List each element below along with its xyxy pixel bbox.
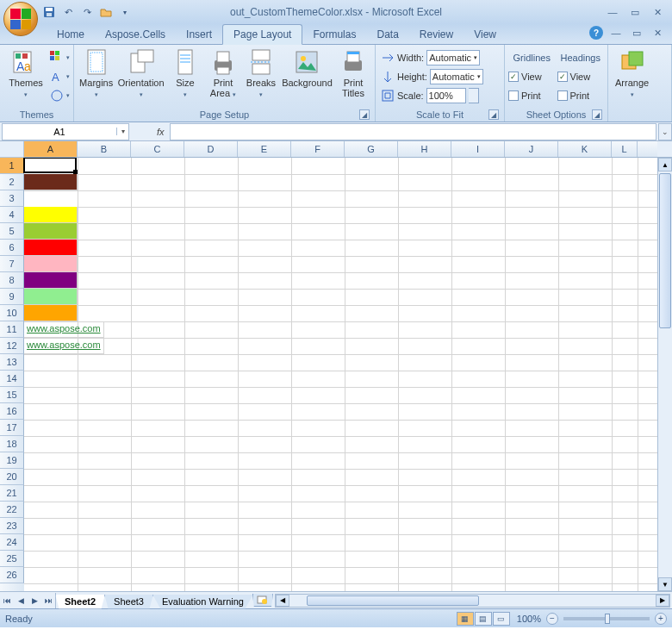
breaks-button[interactable]: Breaks▾ <box>243 47 279 102</box>
tab-review[interactable]: Review <box>409 25 464 44</box>
tab-view[interactable]: View <box>464 25 507 44</box>
row-header-12[interactable]: 12 <box>0 338 24 354</box>
sheet-nav-last-button[interactable]: ⏭ <box>41 593 55 608</box>
row-header-5[interactable]: 5 <box>0 223 24 240</box>
scroll-right-button[interactable]: ▶ <box>656 595 669 607</box>
themes-button[interactable]: Aa Themes ▾ <box>3 47 48 102</box>
orientation-button[interactable]: Orientation▾ <box>116 47 165 102</box>
sheet-nav-prev-button[interactable]: ◀ <box>14 593 28 608</box>
zoom-in-button[interactable]: + <box>655 613 667 625</box>
cell-A11[interactable]: www.aspose.com <box>24 321 104 338</box>
cell-A8[interactable] <box>24 272 78 289</box>
column-header-B[interactable]: B <box>78 141 131 157</box>
cell-A4[interactable] <box>24 207 78 223</box>
print-area-button[interactable]: PrintArea ▾ <box>205 47 241 102</box>
column-header-J[interactable]: J <box>505 141 558 157</box>
page-break-view-button[interactable]: ▭ <box>493 612 510 626</box>
normal-view-button[interactable]: ▦ <box>457 612 474 626</box>
name-box[interactable]: A1 ▾ <box>2 123 129 140</box>
horizontal-scrollbar[interactable]: ◀ ▶ <box>275 594 670 608</box>
sheet-nav-next-button[interactable]: ▶ <box>28 593 41 608</box>
row-header-7[interactable]: 7 <box>0 256 24 272</box>
qat-save-icon[interactable] <box>41 4 57 20</box>
cell-A10[interactable] <box>24 305 78 321</box>
restore-button[interactable]: ▭ <box>627 6 643 18</box>
margins-button[interactable]: Margins▾ <box>78 47 115 102</box>
help-icon[interactable]: ? <box>589 26 603 40</box>
print-titles-button[interactable]: PrintTitles <box>335 47 371 100</box>
minimize-button[interactable]: — <box>605 6 620 18</box>
column-header-H[interactable]: H <box>398 141 451 157</box>
row-header-10[interactable]: 10 <box>0 305 24 321</box>
row-header-8[interactable]: 8 <box>0 272 24 289</box>
row-header-24[interactable]: 24 <box>0 534 24 551</box>
new-sheet-button[interactable] <box>252 594 273 607</box>
width-select[interactable]: Automatic▾ <box>426 50 480 65</box>
row-header-9[interactable]: 9 <box>0 289 24 305</box>
page-setup-launcher[interactable]: ◢ <box>359 109 370 120</box>
height-select[interactable]: Automatic▾ <box>430 69 483 84</box>
formula-bar-input[interactable] <box>170 123 656 140</box>
mdi-minimize-button[interactable]: — <box>608 27 624 39</box>
cell-A7[interactable] <box>24 256 78 272</box>
row-header-18[interactable]: 18 <box>0 436 24 452</box>
page-layout-view-button[interactable]: ▤ <box>475 612 492 626</box>
name-box-dropdown-icon[interactable]: ▾ <box>116 128 128 135</box>
cell-A9[interactable] <box>24 289 78 305</box>
row-header-1[interactable]: 1 <box>0 158 24 174</box>
tab-aspose-cells[interactable]: Aspose.Cells <box>95 25 176 44</box>
tab-insert[interactable]: Insert <box>176 25 222 44</box>
scroll-up-button[interactable]: ▲ <box>658 158 672 171</box>
size-button[interactable]: Size▾ <box>167 47 203 102</box>
column-header-C[interactable]: C <box>131 141 184 157</box>
vertical-scrollbar[interactable] <box>658 171 672 577</box>
row-header-21[interactable]: 21 <box>0 485 24 502</box>
qat-redo-icon[interactable]: ↷ <box>79 4 95 20</box>
row-header-22[interactable]: 22 <box>0 502 24 518</box>
tab-data[interactable]: Data <box>366 25 408 44</box>
select-all-corner[interactable] <box>0 141 24 158</box>
row-header-26[interactable]: 26 <box>0 567 24 583</box>
scroll-down-button[interactable]: ▼ <box>658 577 672 591</box>
row-header-15[interactable]: 15 <box>0 387 24 403</box>
row-header-19[interactable]: 19 <box>0 452 24 469</box>
row-header-11[interactable]: 11 <box>0 321 24 338</box>
column-header-E[interactable]: E <box>238 141 291 157</box>
column-header-L[interactable]: L <box>612 141 638 157</box>
column-header-D[interactable]: D <box>184 141 238 157</box>
cell-A12[interactable]: www.aspose.com <box>24 338 104 354</box>
office-button[interactable] <box>3 2 38 36</box>
column-header-G[interactable]: G <box>345 141 398 157</box>
headings-view-checkbox[interactable]: ✓View <box>557 67 605 85</box>
row-header-23[interactable]: 23 <box>0 518 24 534</box>
row-header-3[interactable]: 3 <box>0 190 24 207</box>
tab-formulas[interactable]: Formulas <box>302 25 366 44</box>
theme-effects-button[interactable]: ▾ <box>50 86 70 104</box>
qat-undo-icon[interactable]: ↶ <box>60 4 76 20</box>
background-button[interactable]: Background <box>281 47 333 90</box>
close-button[interactable]: ✕ <box>650 6 665 18</box>
qat-open-icon[interactable] <box>98 4 114 20</box>
zoom-slider[interactable] <box>563 617 650 620</box>
fx-icon[interactable]: fx <box>152 127 170 137</box>
vertical-scroll-thumb[interactable] <box>659 173 671 328</box>
arrange-button[interactable]: Arrange▾ <box>612 47 652 102</box>
row-header-14[interactable]: 14 <box>0 371 24 387</box>
headings-print-checkbox[interactable]: Print <box>557 86 605 104</box>
zoom-slider-thumb[interactable] <box>605 614 610 624</box>
row-header-2[interactable]: 2 <box>0 174 24 190</box>
zoom-percent[interactable]: 100% <box>517 614 541 624</box>
theme-colors-button[interactable]: ▾ <box>50 48 70 66</box>
row-header-13[interactable]: 13 <box>0 354 24 371</box>
sheet-options-launcher[interactable]: ◢ <box>592 109 602 120</box>
scale-spinner[interactable] <box>469 88 479 103</box>
qat-customize-icon[interactable]: ▾ <box>117 4 133 20</box>
cell-A6[interactable] <box>24 240 78 256</box>
row-header-25[interactable]: 25 <box>0 551 24 567</box>
column-header-A[interactable]: A <box>24 141 78 157</box>
sheet-tab-evaluation-warning[interactable]: Evaluation Warning <box>152 595 253 609</box>
mdi-restore-button[interactable]: ▭ <box>629 27 644 39</box>
horizontal-scroll-thumb[interactable] <box>307 595 479 606</box>
row-header-20[interactable]: 20 <box>0 469 24 485</box>
scroll-left-button[interactable]: ◀ <box>276 595 289 607</box>
